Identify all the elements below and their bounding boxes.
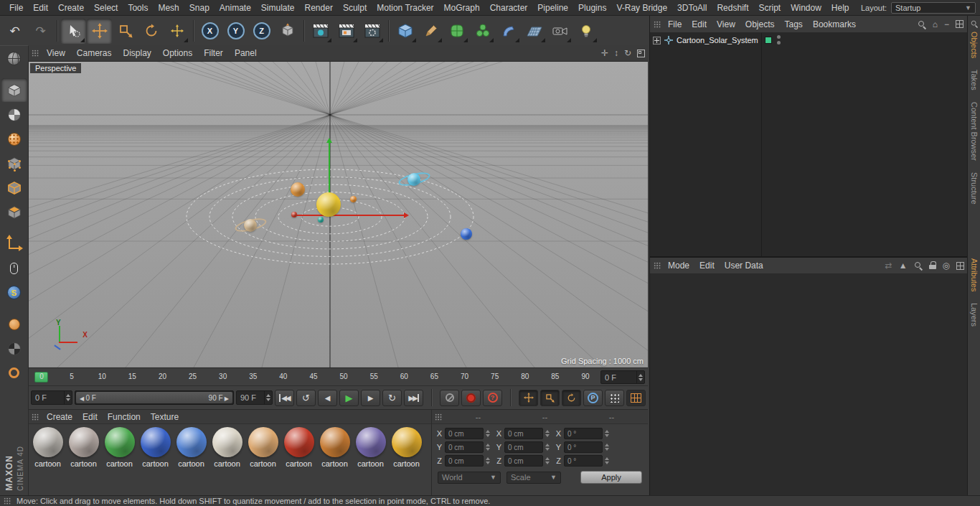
texture-mode-button[interactable] bbox=[1, 103, 27, 126]
record-position-toggle[interactable] bbox=[519, 390, 538, 406]
menu-item[interactable]: Render bbox=[300, 1, 338, 15]
size-field[interactable]: 0 cm bbox=[504, 455, 543, 467]
field-stepper[interactable] bbox=[486, 430, 490, 437]
record-parameter-toggle[interactable]: P bbox=[583, 390, 603, 406]
lock-z-axis-button[interactable]: Z bbox=[249, 19, 274, 44]
side-tab[interactable]: Objects bbox=[970, 32, 979, 58]
material-menu-item[interactable]: Function bbox=[103, 411, 146, 423]
planet[interactable] bbox=[350, 196, 357, 202]
record-scale-toggle[interactable] bbox=[540, 390, 560, 406]
side-tab[interactable]: Layers bbox=[970, 303, 979, 327]
play-loop-button[interactable]: ↻ bbox=[382, 390, 402, 406]
lock-x-axis-button[interactable]: X bbox=[197, 19, 222, 44]
menu-item[interactable]: Tools bbox=[123, 1, 153, 15]
layout-select[interactable]: Startup ▼ bbox=[891, 2, 976, 14]
visibility-toggles[interactable] bbox=[777, 35, 781, 44]
maximize-view-icon[interactable] bbox=[637, 50, 645, 57]
polygons-mode-button[interactable] bbox=[1, 200, 27, 224]
current-frame-field[interactable]: 0 F bbox=[600, 370, 645, 384]
coordinate-system-button[interactable] bbox=[275, 19, 300, 44]
frame-stepper[interactable] bbox=[636, 371, 644, 383]
expand-icon[interactable] bbox=[653, 37, 661, 44]
apply-button[interactable]: Apply bbox=[580, 471, 642, 484]
viewport-menu-item[interactable]: Cameras bbox=[71, 47, 118, 60]
material-swatch[interactable]: cartoon bbox=[30, 427, 65, 468]
record-rotation-toggle[interactable] bbox=[562, 390, 581, 406]
planet[interactable] bbox=[244, 219, 257, 232]
material-swatch[interactable]: cartoon bbox=[389, 427, 424, 468]
object-tree[interactable]: Cartoon_Solar_System bbox=[650, 33, 968, 257]
add-light-button[interactable] bbox=[573, 19, 598, 44]
coordinate-column-header[interactable]: -- bbox=[476, 413, 481, 421]
material-swatch[interactable]: cartoon bbox=[245, 427, 281, 468]
end-frame-field[interactable]: 90 F bbox=[236, 390, 273, 405]
make-editable-button[interactable] bbox=[1, 47, 27, 70]
menu-item[interactable]: Plugins bbox=[573, 1, 611, 15]
material-preview-sphere[interactable] bbox=[69, 427, 99, 457]
size-field[interactable]: 0 cm bbox=[504, 428, 543, 439]
menu-item[interactable]: Window bbox=[786, 1, 826, 15]
timeline-range-slider[interactable]: ◀ 0 F 90 F ▶ bbox=[75, 390, 234, 405]
material-preview-sphere[interactable] bbox=[212, 427, 242, 457]
size-field[interactable]: 0 cm bbox=[504, 441, 543, 453]
add-cube-button[interactable] bbox=[392, 19, 418, 44]
menu-item[interactable]: Redshift bbox=[712, 1, 753, 15]
attribute-menu-item[interactable]: Edit bbox=[694, 259, 720, 272]
workplane-button[interactable] bbox=[1, 312, 27, 336]
side-tab[interactable]: Takes bbox=[970, 70, 979, 90]
menu-item[interactable]: Create bbox=[53, 1, 89, 15]
field-stepper[interactable] bbox=[605, 444, 609, 451]
deformer-button[interactable] bbox=[496, 19, 521, 44]
play-button[interactable]: ▶ bbox=[339, 390, 359, 406]
viewport-menu-item[interactable]: Panel bbox=[229, 47, 263, 60]
material-preview-sphere[interactable] bbox=[248, 427, 278, 457]
object-row[interactable]: Cartoon_Solar_System bbox=[650, 33, 968, 47]
record-keyframe-button[interactable] bbox=[440, 390, 459, 406]
side-tab[interactable]: Content Browser bbox=[970, 102, 979, 161]
rotate-tool-button[interactable] bbox=[138, 19, 164, 44]
menu-item[interactable]: Script bbox=[753, 1, 786, 15]
material-menu-item[interactable]: Texture bbox=[146, 411, 184, 423]
panel-grip-icon[interactable] bbox=[32, 50, 39, 57]
position-field[interactable]: 0 cm bbox=[445, 428, 484, 439]
side-tab[interactable]: Structure bbox=[970, 172, 979, 205]
material-preview-sphere[interactable] bbox=[320, 427, 350, 457]
layer-color-chip[interactable] bbox=[765, 37, 772, 44]
material-swatch[interactable]: cartoon bbox=[281, 427, 316, 468]
environment-floor-button[interactable] bbox=[522, 19, 547, 44]
planet[interactable] bbox=[461, 228, 472, 240]
menu-item[interactable]: File bbox=[4, 1, 28, 15]
material-swatch[interactable]: cartoon bbox=[209, 427, 245, 468]
menu-item[interactable]: Select bbox=[89, 1, 123, 15]
menu-item[interactable]: 3DToAll bbox=[672, 1, 712, 15]
add-spline-button[interactable] bbox=[418, 19, 443, 44]
menu-item[interactable]: Sculpt bbox=[338, 1, 372, 15]
material-preview-sphere[interactable] bbox=[33, 427, 63, 457]
viewport-menu-item[interactable]: Filter bbox=[198, 47, 229, 60]
attribute-manager-body[interactable] bbox=[650, 275, 968, 495]
material-swatch[interactable]: cartoon bbox=[138, 427, 173, 468]
object-menu-item[interactable]: Bookmarks bbox=[808, 18, 861, 31]
coordinate-column-header[interactable]: -- bbox=[609, 413, 614, 421]
start-frame-field[interactable]: 0 F bbox=[31, 390, 72, 405]
menu-item[interactable]: Simulate bbox=[256, 1, 300, 15]
material-preview-sphere[interactable] bbox=[141, 427, 171, 457]
end-frame-stepper[interactable] bbox=[264, 391, 272, 404]
viewport-camera-label[interactable]: Perspective bbox=[30, 63, 81, 73]
field-stepper[interactable] bbox=[545, 457, 550, 464]
enable-axis-button[interactable] bbox=[1, 232, 27, 256]
quantize-button[interactable] bbox=[1, 337, 27, 360]
undo-button[interactable]: ↶ bbox=[2, 19, 27, 44]
move-tool-button[interactable] bbox=[87, 19, 112, 44]
grid-icon[interactable] bbox=[956, 20, 963, 28]
menu-item[interactable]: Character bbox=[485, 1, 533, 15]
record-pla-toggle[interactable] bbox=[605, 390, 624, 406]
planet[interactable] bbox=[291, 182, 305, 197]
rotation-field[interactable]: 0 ° bbox=[564, 441, 603, 453]
keyframe-selection-button[interactable] bbox=[626, 390, 646, 406]
attribute-menu-item[interactable]: Mode bbox=[663, 259, 694, 272]
object-name[interactable]: Cartoon_Solar_System bbox=[677, 36, 758, 44]
points-mode-button[interactable] bbox=[1, 151, 27, 175]
menu-item[interactable]: Pipeline bbox=[532, 1, 573, 15]
mograph-cloner-button[interactable] bbox=[470, 19, 495, 44]
